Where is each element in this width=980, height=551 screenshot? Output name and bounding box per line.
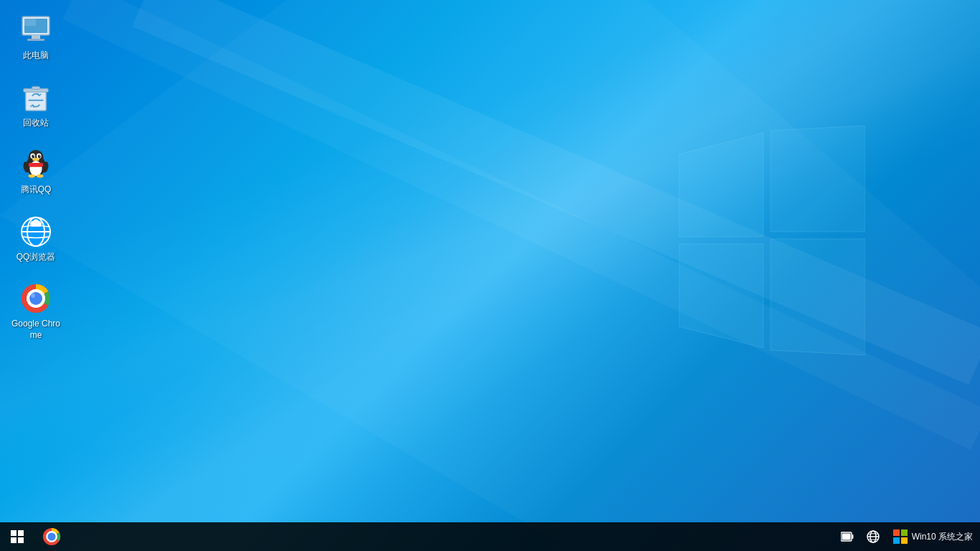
qq-browser-icon[interactable]: QQ浏览器 — [7, 209, 65, 269]
desktop-icons-container: 此电脑 回收站 — [7, 7, 65, 347]
svg-rect-59 — [893, 537, 900, 544]
svg-point-24 — [32, 158, 39, 161]
google-chrome-label: Google Chrome — [10, 319, 62, 341]
google-chrome-image — [19, 281, 53, 316]
svg-rect-11 — [24, 19, 36, 26]
svg-marker-3 — [679, 133, 763, 237]
svg-marker-6 — [771, 239, 865, 355]
svg-rect-45 — [18, 530, 24, 536]
svg-point-39 — [33, 219, 39, 225]
this-pc-icon[interactable]: 此电脑 — [7, 7, 65, 67]
recycle-bin-label: 回收站 — [23, 118, 49, 129]
svg-rect-60 — [901, 537, 908, 544]
recycle-bin-icon[interactable]: 回收站 — [7, 75, 65, 135]
qq-browser-image — [19, 215, 53, 249]
svg-rect-47 — [18, 537, 24, 543]
start-button[interactable] — [0, 522, 34, 551]
svg-rect-10 — [27, 39, 44, 41]
svg-rect-44 — [11, 530, 17, 536]
qq-browser-label: QQ浏览器 — [17, 252, 56, 263]
tencent-qq-icon[interactable]: 腾讯QQ — [7, 141, 65, 202]
svg-rect-57 — [893, 529, 900, 536]
svg-point-28 — [37, 174, 44, 178]
win10-badge-text: Win10 系统之家 — [912, 531, 973, 543]
svg-point-35 — [29, 225, 42, 238]
taskbar: Win10 系统之家 — [0, 522, 980, 551]
network-tray-icon[interactable] — [860, 522, 886, 551]
svg-point-50 — [47, 532, 55, 540]
desktop: 此电脑 回收站 — [0, 0, 980, 551]
svg-rect-14 — [32, 86, 39, 89]
svg-rect-46 — [11, 537, 17, 543]
tencent-qq-label: 腾讯QQ — [21, 184, 52, 196]
svg-rect-58 — [901, 529, 908, 536]
svg-rect-52 — [852, 534, 853, 539]
this-pc-image — [19, 13, 53, 47]
svg-point-21 — [38, 155, 41, 159]
svg-point-43 — [31, 293, 35, 298]
google-chrome-icon[interactable]: Google Chrome — [7, 276, 65, 347]
system-tray: Win10 系统之家 — [834, 522, 980, 551]
svg-marker-4 — [771, 126, 865, 232]
recycle-bin-image — [19, 80, 53, 115]
tencent-qq-image — [19, 147, 53, 182]
svg-rect-9 — [32, 35, 40, 39]
svg-point-22 — [33, 155, 34, 156]
svg-point-20 — [32, 155, 34, 159]
svg-marker-5 — [679, 244, 763, 348]
taskbar-chrome-button[interactable] — [37, 522, 66, 551]
this-pc-label: 此电脑 — [23, 50, 49, 62]
svg-point-42 — [29, 292, 42, 305]
svg-point-23 — [39, 155, 41, 156]
win10-branding-badge[interactable]: Win10 系统之家 — [886, 522, 980, 551]
svg-rect-53 — [842, 534, 850, 540]
svg-point-27 — [28, 174, 35, 178]
svg-rect-26 — [28, 163, 43, 167]
battery-tray-icon[interactable] — [834, 522, 860, 551]
windows-logo-decoration — [679, 126, 865, 362]
